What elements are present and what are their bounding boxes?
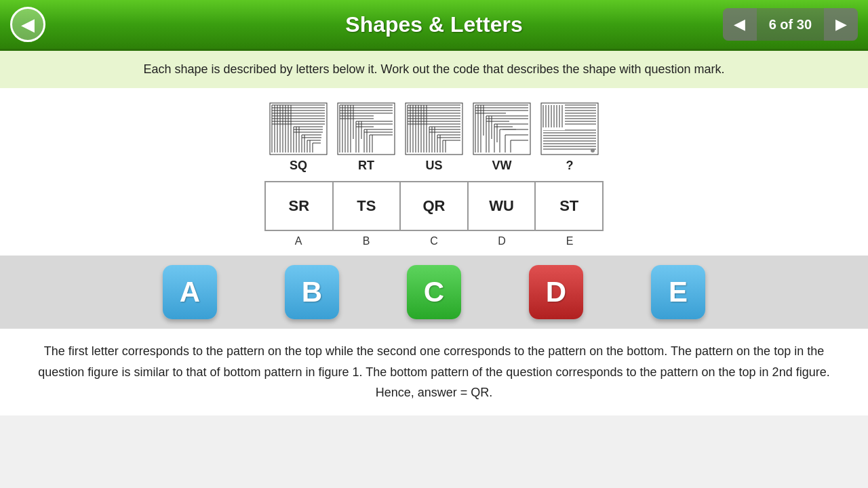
shape-label-5: ? [566, 159, 574, 173]
explanation-text: The first letter corresponds to the patt… [38, 344, 829, 399]
prev-button[interactable]: ◀ [723, 8, 757, 41]
shape-item-1: SQ [264, 102, 332, 173]
nav-count: 6 of 30 [757, 17, 824, 33]
shape-label-3: US [425, 159, 442, 173]
answer-letter-a: A [264, 234, 332, 249]
answer-cell-c: QR [401, 182, 469, 230]
svg-point-157 [591, 148, 595, 152]
shape-item-3: US [400, 102, 468, 173]
answer-letter-e: E [536, 234, 604, 249]
svg-rect-128 [511, 140, 529, 153]
svg-rect-36 [315, 146, 322, 153]
answer-cell-a: SR [266, 182, 334, 230]
nav-controls: ◀ 6 of 30 ▶ [723, 8, 858, 41]
next-button[interactable]: ▶ [824, 8, 858, 41]
shape-svg-4 [472, 102, 532, 156]
answer-letter-c: C [400, 234, 468, 249]
choice-d-button[interactable]: D [529, 265, 583, 319]
answer-cell-e: ST [536, 182, 602, 230]
instruction-text: Each shape is described by letters below… [143, 62, 724, 76]
choice-e-button[interactable]: E [651, 265, 705, 319]
svg-rect-66 [375, 140, 393, 153]
shape-svg-3 [404, 102, 464, 156]
shape-label-4: VW [492, 159, 512, 173]
shape-label-2: RT [358, 159, 374, 173]
answer-cell-b: TS [334, 182, 401, 230]
page-title: Shapes & Letters [345, 12, 522, 37]
choice-b-button[interactable]: B [285, 265, 339, 319]
shape-item-2: RT [332, 102, 400, 173]
answer-letter-d: D [468, 234, 536, 249]
svg-rect-156 [543, 127, 565, 130]
shape-svg-5 [540, 102, 599, 156]
explanation: The first letter corresponds to the patt… [0, 329, 868, 415]
shapes-row: SQ [14, 102, 854, 173]
shape-item-4: VW [468, 102, 536, 173]
answer-cell-d: WU [469, 182, 536, 230]
choice-a-button[interactable]: A [163, 265, 217, 319]
shape-svg-2 [336, 102, 396, 156]
answer-letter-b: B [332, 234, 400, 249]
answer-grid: SR TS QR WU ST [264, 181, 604, 231]
shape-item-5: ? [536, 102, 604, 173]
shape-label-1: SQ [290, 159, 307, 173]
answer-letter-row: A B C D E [264, 234, 604, 249]
choices-bar: A B C D E [0, 256, 868, 329]
shape-svg-1 [269, 102, 328, 156]
back-button[interactable]: ◀ [10, 7, 45, 42]
main-content: SQ [0, 88, 868, 256]
back-icon: ◀ [21, 14, 35, 35]
instruction-bar: Each shape is described by letters below… [0, 51, 868, 88]
header: ◀ Shapes & Letters ◀ 6 of 30 ▶ [0, 0, 868, 51]
choice-c-button[interactable]: C [407, 265, 461, 319]
